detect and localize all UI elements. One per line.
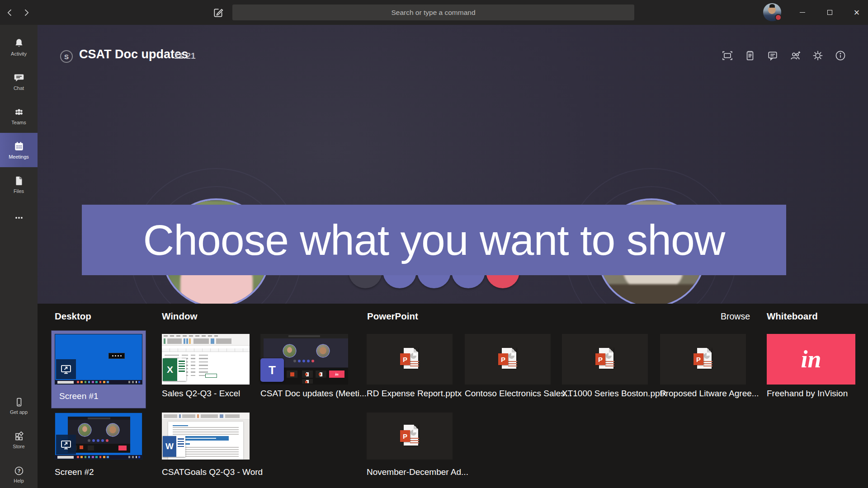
sidebar-item-meetings[interactable]: Meetings bbox=[0, 133, 38, 167]
forward-button[interactable] bbox=[20, 6, 33, 19]
tile-label: XT1000 Series Boston.pptx bbox=[562, 389, 666, 399]
tile-label: Sales Q2-Q3 - Excel bbox=[162, 389, 240, 399]
chat-icon bbox=[766, 49, 779, 62]
tile-label: Proposed Litware Agree... bbox=[660, 389, 759, 399]
share-tile-ppt-litware[interactable]: P bbox=[660, 334, 746, 385]
sidebar-label: Chat bbox=[14, 85, 24, 91]
share-tile-invision-whiteboard[interactable]: in bbox=[767, 334, 855, 385]
powerpoint-file-icon: P bbox=[497, 347, 518, 371]
focus-button[interactable] bbox=[720, 48, 735, 63]
focus-icon bbox=[721, 49, 734, 62]
svg-text:?: ? bbox=[17, 468, 20, 474]
minimize-button[interactable] bbox=[792, 0, 813, 25]
share-tile-ppt-contoso[interactable]: P bbox=[465, 334, 551, 385]
store-icon bbox=[14, 431, 24, 442]
meeting-stage: S CSAT Doc updates 11:21 bbox=[38, 25, 868, 304]
close-icon: × bbox=[854, 7, 860, 19]
settings-button[interactable] bbox=[811, 48, 825, 63]
tile-label: CSAT Doc updates (Meeti... bbox=[260, 389, 367, 399]
tile-label: November-December Ad... bbox=[367, 467, 468, 477]
share-tile-ppt-xt1000[interactable]: P bbox=[562, 334, 648, 385]
powerpoint-file-icon: P bbox=[594, 347, 615, 371]
sidebar-item-teams[interactable]: Teams bbox=[0, 99, 38, 133]
sidebar-label: Teams bbox=[11, 120, 26, 125]
minimize-icon bbox=[800, 12, 805, 13]
sidebar-label: Activity bbox=[11, 51, 27, 56]
sidebar-item-help[interactable]: ? Help bbox=[0, 457, 38, 488]
mini-ribbon bbox=[162, 413, 250, 420]
sidebar-label: Meetings bbox=[9, 154, 29, 160]
notes-icon bbox=[744, 49, 756, 62]
close-button[interactable]: × bbox=[846, 0, 867, 25]
mini-ribbon bbox=[162, 334, 250, 346]
sidebar-item-store[interactable]: Store bbox=[0, 423, 38, 457]
section-powerpoint: PowerPoint bbox=[367, 311, 418, 322]
skype-meeting-logo: S bbox=[60, 50, 73, 63]
teams-app-window: × Activity Chat Teams bbox=[0, 0, 868, 488]
banner-text: Choose what you want to show bbox=[143, 216, 725, 265]
maximize-button[interactable] bbox=[819, 0, 840, 25]
meeting-chat-button[interactable] bbox=[765, 48, 780, 63]
browse-link[interactable]: Browse bbox=[721, 311, 750, 322]
share-tile-meeting-window[interactable]: in T bbox=[260, 334, 348, 385]
teams-logo: T bbox=[260, 358, 284, 382]
chat-bubble-icon bbox=[13, 72, 25, 84]
share-tile-screen-1[interactable]: Screen #1 bbox=[51, 330, 146, 408]
share-tile-screen-2[interactable] bbox=[55, 413, 142, 460]
sidebar-item-more[interactable] bbox=[0, 205, 38, 230]
search-input[interactable] bbox=[232, 5, 634, 20]
powerpoint-file-icon: P bbox=[399, 347, 420, 371]
screen-share-icon bbox=[60, 363, 72, 375]
add-participants-button[interactable] bbox=[788, 48, 802, 63]
bell-icon bbox=[13, 38, 25, 49]
sidebar-label: Files bbox=[14, 188, 24, 194]
info-button[interactable] bbox=[833, 48, 848, 63]
screen-share-icon bbox=[60, 438, 72, 451]
info-icon bbox=[834, 49, 847, 62]
screen-share-badge bbox=[56, 359, 76, 379]
excel-logo: X bbox=[163, 358, 186, 381]
presence-busy-indicator bbox=[775, 14, 782, 21]
share-tile-ppt-rd-expense[interactable]: P bbox=[367, 334, 453, 385]
mini-taskbar bbox=[55, 380, 142, 384]
chevron-left-icon bbox=[5, 8, 14, 17]
files-icon bbox=[13, 175, 25, 187]
help-icon: ? bbox=[14, 465, 24, 476]
sidebar-item-files[interactable]: Files bbox=[0, 167, 38, 202]
gear-icon bbox=[811, 49, 824, 62]
meeting-duration: 11:21 bbox=[174, 51, 196, 61]
share-tile-excel-window[interactable]: X bbox=[162, 334, 250, 385]
invision-logo: in bbox=[801, 345, 821, 373]
sidebar-item-chat[interactable]: Chat bbox=[0, 64, 38, 99]
back-button[interactable] bbox=[4, 6, 16, 19]
tile-label: Freehand by InVision bbox=[767, 389, 848, 399]
choose-banner: Choose what you want to show bbox=[82, 205, 786, 275]
sidebar-label: Store bbox=[13, 444, 24, 449]
sidebar-label: Get app bbox=[10, 409, 28, 415]
sidebar-item-activity[interactable]: Activity bbox=[0, 30, 38, 64]
screen-1-thumbnail bbox=[55, 334, 142, 385]
sidebar-item-get-app[interactable]: Get app bbox=[0, 389, 38, 423]
meeting-title: CSAT Doc updates bbox=[79, 47, 188, 61]
tile-label: Contoso Electronics Sales... bbox=[465, 389, 572, 399]
share-tile-word-window[interactable]: W bbox=[162, 413, 250, 460]
title-bar: × bbox=[0, 0, 868, 25]
calendar-icon bbox=[13, 141, 25, 152]
screen-share-badge bbox=[56, 435, 76, 455]
meeting-notes-button[interactable] bbox=[743, 48, 757, 63]
tile-label: Screen #2 bbox=[55, 467, 94, 477]
powerpoint-file-icon: P bbox=[693, 347, 713, 371]
maximize-icon bbox=[827, 10, 832, 15]
chevron-right-icon bbox=[22, 8, 31, 17]
share-tile-ppt-november[interactable]: P bbox=[367, 413, 453, 460]
section-window: Window bbox=[162, 311, 197, 322]
app-rail: Activity Chat Teams bbox=[0, 25, 38, 488]
tile-label: Screen #1 bbox=[59, 391, 99, 401]
share-tray: Desktop Window PowerPoint Browse Whitebo… bbox=[38, 304, 868, 488]
tile-label: CSATGoals Q2-Q3 - Word bbox=[162, 467, 263, 477]
phone-icon bbox=[14, 397, 24, 408]
sidebar-label: Help bbox=[14, 478, 24, 483]
more-dots-icon bbox=[13, 212, 25, 224]
new-chat-button[interactable] bbox=[212, 6, 225, 19]
mini-meeting-window bbox=[68, 417, 130, 453]
